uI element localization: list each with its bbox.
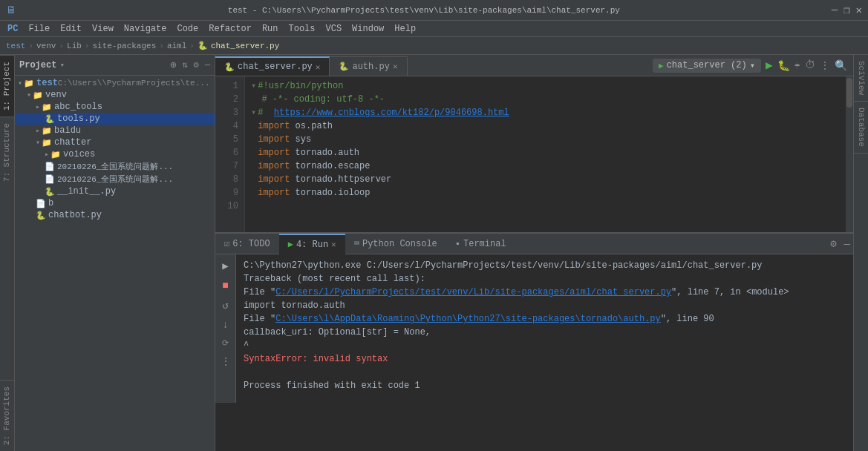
project-sync-icon[interactable]: ⇅ <box>182 59 187 70</box>
expand-icon[interactable]: ▸ <box>45 150 49 159</box>
run-caret-line: ^ <box>244 339 846 352</box>
panel-minimize-icon[interactable]: — <box>841 238 853 250</box>
profile-button[interactable]: ⏱ <box>805 59 815 71</box>
run-wrap-button[interactable]: ⟳ <box>220 336 231 350</box>
vtab-favorites[interactable]: 2: Favorites <box>0 380 14 451</box>
debug-button[interactable]: 🐛 <box>777 59 790 72</box>
project-settings-icon[interactable]: ⚙ <box>194 59 199 70</box>
folder-icon: 📁 <box>24 79 34 88</box>
menu-refactor[interactable]: Refactor <box>204 22 256 36</box>
run-config-selector[interactable]: ▶ chat_server (2) ▾ <box>653 59 761 73</box>
menu-edit[interactable]: Edit <box>56 22 86 36</box>
expand-icon[interactable]: ▾ <box>36 138 40 147</box>
python-file-icon: 🐍 <box>36 211 46 220</box>
titlebar-left: 🖥 <box>6 4 16 16</box>
rvtab-database[interactable]: Database <box>854 102 868 154</box>
expand-icon[interactable]: ▸ <box>36 126 40 135</box>
menu-code[interactable]: Code <box>172 22 203 36</box>
menu-tools[interactable]: Tools <box>284 22 319 36</box>
breadcrumb-lib[interactable]: Lib <box>67 42 82 50</box>
project-panel: Project ▾ ⊕ ⇅ ⚙ — ▾ 📁 test C:\Users\\Pyc… <box>15 55 215 451</box>
search-everywhere-button[interactable]: 🔍 <box>835 59 847 72</box>
doc-icon: 📄 <box>45 174 55 184</box>
more-button[interactable]: ⋮ <box>820 59 830 72</box>
menu-pc[interactable]: PC <box>3 22 22 36</box>
run-file-link-2[interactable]: C:\Users\l\AppData\Roaming\Python\Python… <box>275 314 660 324</box>
breadcrumb-test[interactable]: test <box>6 42 25 50</box>
code-editor[interactable]: ▾#!usr/bin/python # -*- coding: utf-8 -*… <box>245 76 846 232</box>
run-more-button[interactable]: ⋮ <box>218 353 233 370</box>
file-icon: 📄 <box>36 199 46 208</box>
tree-item-venv[interactable]: ▾ 📁 venv <box>15 89 215 101</box>
expand-icon[interactable]: ▾ <box>27 90 31 99</box>
tree-item-chatbot-py[interactable]: 🐍 chatbot.py <box>15 209 215 221</box>
panel-settings-icon[interactable]: ⚙ <box>826 237 841 250</box>
project-dropdown-icon[interactable]: ▾ <box>59 60 65 70</box>
tab-close-icon[interactable]: ✕ <box>393 62 398 71</box>
editor-scrollbar[interactable] <box>846 76 853 232</box>
project-header: Project ▾ ⊕ ⇅ ⚙ — <box>15 55 215 76</box>
python-file-icon: 🐍 <box>45 187 55 197</box>
expand-icon[interactable]: ▾ <box>18 79 22 88</box>
run-file-link-1[interactable]: C:/Users/l/PycharmProjects/test/venv/Lib… <box>275 287 671 297</box>
menu-view[interactable]: View <box>88 22 118 36</box>
expand-icon[interactable]: ▸ <box>36 102 40 111</box>
tree-item-test[interactable]: ▾ 📁 test C:\Users\\PycharmProjects\te... <box>15 77 215 89</box>
run-scroll-end-button[interactable]: ↓ <box>220 317 230 333</box>
tree-item-tools-py[interactable]: 🐍 tools.py <box>15 113 215 125</box>
maximize-button[interactable]: ❐ <box>843 4 849 16</box>
breadcrumb-site-packages[interactable]: site-packages <box>92 42 156 50</box>
bottom-tabs-bar: ☑ 6: TODO ▶ 4: Run ✕ ⌨ Python Console ▪ <box>215 234 853 254</box>
menu-run[interactable]: Run <box>258 22 283 36</box>
breadcrumb-aiml[interactable]: aiml <box>167 42 186 50</box>
menu-vcs[interactable]: VCS <box>322 22 347 36</box>
right-vtabs: SciView Database <box>853 55 868 451</box>
close-button[interactable]: ✕ <box>856 4 862 16</box>
project-hide-icon[interactable]: — <box>205 60 210 70</box>
run-play-button[interactable]: ▶ <box>220 257 230 274</box>
menu-window[interactable]: Window <box>347 22 388 36</box>
tree-item-chatter[interactable]: ▾ 📁 chatter <box>15 136 215 148</box>
editor-tabs: 🐍 chat_server.py ✕ 🐍 auth.py ✕ <box>215 55 647 76</box>
tree-item-file2[interactable]: 📄 20210226_全国系统问题解... <box>15 173 215 185</box>
tree-item-b[interactable]: 📄 b <box>15 197 215 209</box>
minimize-button[interactable]: — <box>832 4 838 16</box>
tab-close-icon[interactable]: ✕ <box>316 62 321 72</box>
vertical-tabs: 1: Project 7: Structure 2: Favorites <box>0 55 15 451</box>
tab-chat-server[interactable]: 🐍 chat_server.py ✕ <box>215 56 330 76</box>
tab-run[interactable]: ▶ 4: Run ✕ <box>279 234 345 254</box>
tree-item-voices[interactable]: ▸ 📁 voices <box>15 148 215 160</box>
folder-icon: 📁 <box>42 126 52 136</box>
tab-auth[interactable]: 🐍 auth.py ✕ <box>330 56 407 76</box>
tab-todo[interactable]: ☑ 6: TODO <box>215 234 279 254</box>
todo-icon: ☑ <box>224 238 229 249</box>
tree-item-file1[interactable]: 📄 20210226_全国系统问题解... <box>15 160 215 173</box>
tab-python-console[interactable]: ⌨ Python Console <box>345 234 446 254</box>
menu-navigate[interactable]: Navigate <box>120 22 172 36</box>
tree-item-init-py[interactable]: 🐍 __init__.py <box>15 185 215 197</box>
menu-file[interactable]: File <box>24 22 54 36</box>
rvtab-sciview[interactable]: SciView <box>854 55 868 102</box>
run-output[interactable]: C:\Python27\python.exe C:/Users/l/Pychar… <box>236 254 853 403</box>
run-sidebar: ▶ ■ ↺ ↓ ⟳ ⋮ <box>215 254 236 403</box>
window-controls[interactable]: — ❐ ✕ <box>832 4 862 16</box>
code-line-6: import sys <box>251 133 840 146</box>
folder-icon: 📁 <box>42 102 52 112</box>
breadcrumb-current: chat_server.py <box>211 42 279 50</box>
breadcrumb-venv[interactable]: venv <box>36 42 56 50</box>
vtab-structure[interactable]: 7: Structure <box>0 116 14 188</box>
project-new-icon[interactable]: ⊕ <box>170 59 176 71</box>
tab-terminal[interactable]: ▪ Terminal <box>446 234 515 254</box>
run-tab-close[interactable]: ✕ <box>331 240 336 249</box>
run-stop-button[interactable]: ■ <box>220 277 230 294</box>
menu-help[interactable]: Help <box>390 22 420 36</box>
tree-item-abc-tools[interactable]: ▸ 📁 abc_tools <box>15 101 215 113</box>
run-button[interactable]: ▶ <box>766 58 773 73</box>
coverage-button[interactable]: ☂ <box>794 59 800 72</box>
tree-item-baidu[interactable]: ▸ 📁 baidu <box>15 125 215 136</box>
config-dropdown-icon[interactable]: ▾ <box>750 60 755 71</box>
run-rerun-button[interactable]: ↺ <box>220 297 230 314</box>
vtab-project[interactable]: 1: Project <box>0 55 14 116</box>
code-line-8: import tornado.escape <box>251 159 840 173</box>
python-file-icon: 🐍 <box>45 114 55 124</box>
